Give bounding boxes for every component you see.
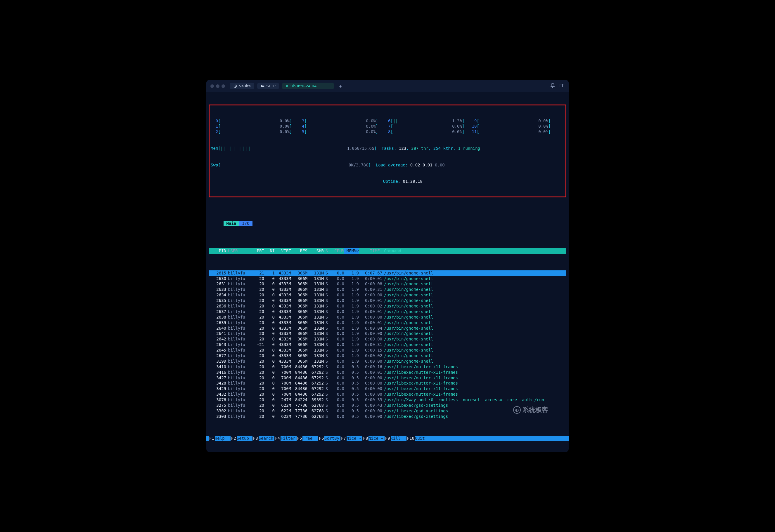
fn-f3[interactable]: F3Search bbox=[253, 436, 275, 441]
sftp-label: SFTP bbox=[267, 84, 276, 88]
process-row[interactable]: 3303billyfu200622M7773662768S0.00.50:00.… bbox=[209, 414, 566, 419]
swp-meter: Swp[ 0K/3.78G] Load average: 0.02 0.01 0… bbox=[211, 162, 564, 168]
process-row[interactable]: 3432billyfu200700M8443667292S0.00.50:00.… bbox=[209, 392, 566, 397]
new-tab-button[interactable]: + bbox=[339, 83, 342, 89]
bell-icon[interactable] bbox=[550, 83, 555, 89]
hdr-res[interactable]: RES bbox=[291, 248, 307, 254]
fn-f2[interactable]: F2Setup bbox=[231, 436, 253, 441]
highlighted-meters: 0[ 0.0%] 3[ 0.0%] 6[|| 1.3%] 9[ 0.0%] 1[… bbox=[209, 105, 566, 197]
hdr-user[interactable]: USER bbox=[226, 248, 253, 254]
process-row[interactable]: 3429billyfu200700M8443667292S0.00.50:00.… bbox=[209, 386, 566, 392]
fn-f9[interactable]: F9Kill bbox=[385, 436, 406, 441]
process-row[interactable]: 2637billyfu2004333M306M131MS0.01.90:00.0… bbox=[209, 309, 566, 314]
process-row[interactable]: 2636billyfu2004333M306M131MS0.01.90:00.0… bbox=[209, 303, 566, 309]
fn-f1[interactable]: F1Help bbox=[209, 436, 231, 441]
vaults-label: Vaults bbox=[239, 84, 251, 88]
process-row[interactable]: 2615billyfu2114333M306M131MS0.01.90:07.6… bbox=[209, 270, 566, 276]
titlebar: Vaults SFTP ✕ Ubuntu-24.04 + bbox=[206, 80, 569, 92]
hdr-virt[interactable]: VIRT bbox=[275, 248, 291, 254]
hdr-mem[interactable]: MEM%▽ bbox=[344, 248, 359, 254]
close-dot[interactable] bbox=[211, 84, 214, 88]
terminal-content: 0[ 0.0%] 3[ 0.0%] 6[|| 1.3%] 9[ 0.0%] 1[… bbox=[206, 92, 569, 452]
svg-point-1 bbox=[235, 86, 236, 87]
process-row[interactable]: 2638billyfu2004333M306M131MS0.01.90:00.0… bbox=[209, 314, 566, 320]
vaults-button[interactable]: Vaults bbox=[230, 83, 254, 89]
shield-icon bbox=[233, 84, 237, 88]
process-row[interactable]: 2639billyfu2004333M306M131MS0.01.90:00.0… bbox=[209, 320, 566, 326]
fn-f5[interactable]: F5Tree bbox=[297, 436, 319, 441]
panel-icon[interactable] bbox=[559, 83, 564, 89]
minimize-dot[interactable] bbox=[216, 84, 220, 88]
process-row[interactable]: 2633billyfu2004333M306M131MS0.01.90:00.3… bbox=[209, 287, 566, 292]
process-row[interactable]: 3302billyfu200622M7773662768S0.00.50:00.… bbox=[209, 408, 566, 414]
process-row[interactable]: 3410billyfu200700M8443667292S0.00.50:00.… bbox=[209, 364, 566, 370]
tab-io[interactable]: I/O bbox=[239, 221, 252, 226]
process-list[interactable]: 2615billyfu2114333M306M131MS0.01.90:07.6… bbox=[209, 270, 566, 419]
process-row[interactable]: 3427billyfu200700M8443667292S0.00.50:00.… bbox=[209, 375, 566, 381]
tab-main[interactable]: Main bbox=[224, 221, 239, 226]
view-tabs: MainI/O bbox=[209, 215, 566, 232]
fn-f4[interactable]: F4Filter bbox=[275, 436, 296, 441]
process-header[interactable]: PID USER PRI NI VIRT RES SHR S CPU% MEM%… bbox=[209, 248, 566, 254]
mem-meter: Mem[|||||||||| 1.06G/15.6G] Tasks: 123, … bbox=[211, 146, 564, 151]
hdr-s[interactable]: S bbox=[324, 248, 330, 254]
zoom-dot[interactable] bbox=[222, 84, 225, 88]
process-row[interactable]: 2642billyfu2004333M306M131MS0.01.90:00.0… bbox=[209, 336, 566, 342]
process-row[interactable]: 2640billyfu2004333M306M131MS0.01.90:00.0… bbox=[209, 326, 566, 331]
hdr-time[interactable]: TIME+ bbox=[359, 248, 382, 254]
traffic-lights bbox=[211, 84, 225, 88]
process-row[interactable]: 2631billyfu2004333M306M131MS0.01.90:00.0… bbox=[209, 281, 566, 287]
tab-ubuntu[interactable]: ✕ Ubuntu-24.04 bbox=[282, 83, 334, 89]
function-bar: F1HelpF2SetupF3SearchF4FilterF5TreeF6Sor… bbox=[206, 436, 569, 441]
process-row[interactable]: 2645billyfu2004333M306M131MS0.01.90:00.1… bbox=[209, 347, 566, 353]
process-row[interactable]: 3076billyfu200247M8422459392S0.00.50:00.… bbox=[209, 397, 566, 403]
hdr-ni[interactable]: NI bbox=[264, 248, 275, 254]
folder-icon bbox=[261, 84, 265, 88]
process-row[interactable]: 2641billyfu2004333M306M131MS0.01.90:00.0… bbox=[209, 331, 566, 336]
cpu-meter-row: 2[ 0.0%] 5[ 0.0%] 8[ 0.0%] 11[ 0.0%] bbox=[211, 129, 564, 135]
process-row[interactable]: 3428billyfu200700M8443667292S0.00.50:00.… bbox=[209, 380, 566, 386]
uptime: Uptime: 01:29:18 bbox=[211, 179, 564, 184]
hdr-shr[interactable]: SHR bbox=[307, 248, 324, 254]
terminal-window: Vaults SFTP ✕ Ubuntu-24.04 + 0[ 0.0%] 3[ bbox=[206, 80, 569, 452]
hdr-cmd[interactable]: Command bbox=[382, 248, 566, 254]
cpu-meter-row: 1[ 0.0%] 4[ 0.0%] 7[ 0.0%] 10[ 0.0%] bbox=[211, 124, 564, 129]
close-icon[interactable]: ✕ bbox=[286, 84, 289, 88]
process-row[interactable]: 2635billyfu2004333M306M131MS0.01.90:00.0… bbox=[209, 298, 566, 303]
process-row[interactable]: 2643billyfu-2104333M306M131MS0.01.90:00.… bbox=[209, 342, 566, 347]
cpu-meter-row: 0[ 0.0%] 3[ 0.0%] 6[|| 1.3%] 9[ 0.0%] bbox=[211, 118, 564, 124]
process-row[interactable]: 2677billyfu2004333M306M131MS0.01.90:00.0… bbox=[209, 353, 566, 359]
sftp-button[interactable]: SFTP bbox=[257, 83, 279, 89]
fn-f6[interactable]: F6SortBy bbox=[318, 436, 340, 441]
fn-f10[interactable]: F10Quit bbox=[406, 436, 431, 441]
hdr-cpu[interactable]: CPU% bbox=[330, 248, 344, 254]
hdr-pid[interactable]: PID bbox=[209, 248, 226, 254]
svg-rect-2 bbox=[560, 84, 564, 87]
fn-f7[interactable]: F7Nice - bbox=[340, 436, 362, 441]
process-row[interactable]: 3275billyfu200622M7773662768S0.00.50:00.… bbox=[209, 403, 566, 408]
process-row[interactable]: 2634billyfu2004333M306M131MS0.01.90:00.0… bbox=[209, 292, 566, 298]
process-row[interactable]: 2630billyfu2004333M306M131MS0.01.90:00.0… bbox=[209, 276, 566, 281]
process-row[interactable]: 3416billyfu200700M8443667292S0.00.50:00.… bbox=[209, 370, 566, 375]
process-row[interactable]: 3199billyfu2004333M306M131MS0.01.90:00.0… bbox=[209, 359, 566, 364]
hdr-pri[interactable]: PRI bbox=[253, 248, 264, 254]
fn-f8[interactable]: F8Nice + bbox=[362, 436, 384, 441]
tab-label: Ubuntu-24.04 bbox=[291, 84, 317, 88]
